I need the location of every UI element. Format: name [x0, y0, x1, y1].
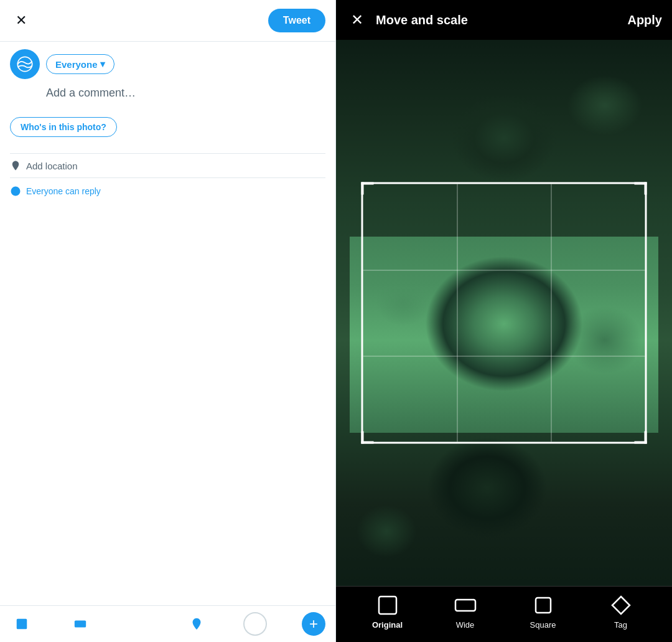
location-icon [10, 160, 21, 171]
right-header-left: ✕ Move and scale [346, 9, 468, 31]
image-editor[interactable] [336, 40, 672, 586]
svg-point-0 [17, 57, 32, 71]
bottom-tabs: Original Wide Square [336, 586, 672, 642]
editor-background [336, 40, 672, 586]
tab-wide[interactable]: Wide [426, 594, 504, 630]
avatar [10, 49, 40, 79]
circle-indicator [243, 612, 267, 636]
grid-line-v2 [551, 184, 551, 442]
tab-square[interactable]: Square [504, 594, 582, 630]
photo-toolbar-icon[interactable] [10, 612, 34, 636]
crop-grid [363, 184, 645, 442]
grid-line-h2 [363, 356, 645, 357]
add-button[interactable]: + [302, 612, 325, 636]
svg-text:GIF: GIF [77, 623, 83, 627]
tab-original[interactable]: Original [348, 594, 426, 630]
add-location-row[interactable]: Add location [10, 153, 325, 178]
corner-top-right[interactable] [635, 182, 647, 194]
tab-tag[interactable]: Tag [582, 594, 660, 630]
left-content: Everyone ▾ Add a comment… ✕ +ALT Who' [0, 42, 335, 605]
apply-button[interactable]: Apply [627, 13, 662, 27]
comment-input-placeholder[interactable]: Add a comment… [10, 87, 325, 100]
grid-line-h1 [363, 270, 645, 270]
bottom-toolbar: GIF + [0, 605, 335, 642]
wide-icon [454, 594, 477, 616]
crop-overlay[interactable] [362, 182, 647, 444]
tab-wide-label: Wide [456, 620, 475, 630]
user-row: Everyone ▾ [10, 49, 325, 79]
close-button-right[interactable]: ✕ [346, 9, 368, 31]
audience-button[interactable]: Everyone ▾ [46, 54, 114, 74]
list-toolbar-icon[interactable] [127, 612, 151, 636]
right-header: ✕ Move and scale Apply [336, 0, 672, 40]
svg-point-13 [195, 621, 198, 624]
original-icon [376, 594, 399, 616]
left-panel: ✕ Tweet Everyone ▾ Add a comment… [0, 0, 336, 642]
gif-toolbar-icon[interactable]: GIF [68, 612, 92, 636]
grid-line-v1 [457, 184, 457, 442]
svg-rect-15 [455, 600, 475, 611]
corner-bottom-left[interactable] [362, 432, 374, 444]
svg-point-7 [19, 621, 21, 623]
close-button-left[interactable]: ✕ [10, 9, 32, 32]
corner-bottom-right[interactable] [635, 432, 647, 444]
globe-icon [10, 186, 21, 197]
corner-top-left[interactable] [362, 182, 374, 194]
move-scale-title: Move and scale [376, 13, 468, 27]
svg-rect-14 [379, 597, 396, 614]
right-panel: ✕ Move and scale Apply [336, 0, 672, 642]
tweet-button[interactable]: Tweet [268, 9, 325, 32]
who-in-photo-button[interactable]: Who's in this photo? [10, 117, 117, 137]
reply-setting-row[interactable]: Everyone can reply [10, 178, 325, 204]
dim-bottom [336, 433, 672, 586]
tag-icon [610, 594, 632, 616]
square-icon [532, 594, 554, 616]
tab-original-label: Original [372, 620, 403, 630]
tab-tag-label: Tag [614, 620, 627, 630]
dim-left [336, 237, 350, 433]
left-header: ✕ Tweet [0, 0, 335, 42]
location-toolbar-icon[interactable] [185, 612, 208, 636]
dim-right [658, 237, 672, 433]
svg-rect-16 [536, 598, 551, 613]
tab-square-label: Square [530, 620, 556, 630]
